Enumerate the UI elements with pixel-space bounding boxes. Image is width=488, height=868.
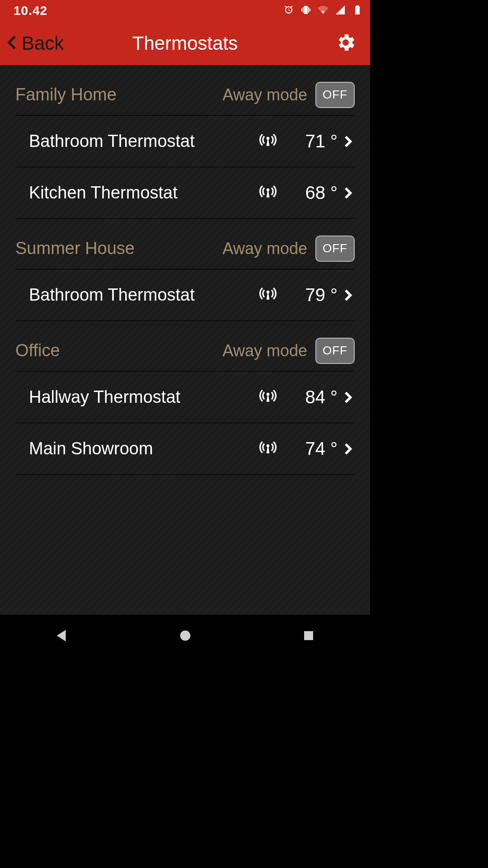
thermostat-name: Bathroom Thermostat [29, 285, 259, 305]
content-area: Family Home Away mode OFF Bathroom Therm… [0, 65, 370, 615]
status-icons [283, 5, 363, 17]
thermostat-temp: 79 ° [294, 285, 338, 305]
battery-icon [352, 5, 363, 17]
locations-list: Family Home Away mode OFF Bathroom Therm… [0, 65, 370, 475]
chevron-left-icon [4, 33, 22, 53]
away-mode-toggle[interactable]: OFF [315, 236, 355, 262]
nav-back-icon[interactable] [54, 628, 70, 645]
chevron-right-icon [340, 388, 355, 406]
android-nav-bar [0, 615, 370, 658]
settings-button[interactable] [335, 22, 357, 65]
thermostat-name: Kitchen Thermostat [29, 183, 259, 203]
thermostat-temp: 74 ° [294, 439, 338, 459]
signal-icon [259, 389, 277, 406]
location-name: Summer House [15, 239, 223, 258]
away-mode-label: Away mode [223, 239, 307, 258]
away-mode-label: Away mode [223, 85, 307, 104]
thermostat-temp: 68 ° [294, 183, 338, 203]
cellular-icon [335, 5, 346, 17]
chevron-right-icon [340, 184, 355, 202]
thermostat-name: Bathroom Thermostat [29, 132, 259, 151]
signal-icon [259, 133, 277, 150]
location-header: Family Home Away mode OFF [15, 65, 355, 116]
status-time: 10.42 [14, 4, 47, 18]
gear-icon [335, 32, 357, 55]
nav-home-icon[interactable] [178, 628, 193, 645]
thermostat-name: Main Showroom [29, 439, 259, 458]
vibrate-icon [300, 5, 311, 17]
signal-icon [259, 185, 277, 201]
chevron-right-icon [340, 286, 355, 304]
thermostat-row[interactable]: Bathroom Thermostat 79 ° [15, 269, 355, 321]
svg-rect-1 [304, 631, 313, 640]
away-mode-label: Away mode [223, 341, 307, 360]
thermostat-temp: 71 ° [294, 131, 338, 151]
thermostat-row[interactable]: Hallway Thermostat 84 ° [15, 372, 355, 423]
thermostat-row[interactable]: Kitchen Thermostat 68 ° [15, 167, 355, 219]
nav-recent-icon[interactable] [301, 628, 316, 645]
back-label: Back [22, 33, 64, 54]
location-header: Summer House Away mode OFF [15, 219, 355, 269]
location-name: Family Home [15, 85, 223, 104]
away-mode-toggle[interactable]: OFF [315, 338, 355, 364]
location-header: Office Away mode OFF [15, 321, 355, 372]
away-mode-toggle[interactable]: OFF [315, 82, 355, 108]
chevron-right-icon [340, 132, 355, 151]
page-title: Thermostats [132, 33, 238, 54]
thermostat-row[interactable]: Main Showroom 74 ° [15, 423, 355, 475]
alarm-icon [283, 5, 294, 17]
wifi-icon [318, 5, 328, 17]
thermostat-temp: 84 ° [294, 387, 338, 407]
app-bar: Back Thermostats [0, 22, 370, 65]
thermostat-row[interactable]: Bathroom Thermostat 71 ° [15, 116, 355, 167]
thermostat-name: Hallway Thermostat [29, 387, 259, 407]
signal-icon [259, 287, 277, 303]
signal-icon [259, 441, 277, 457]
location-name: Office [15, 341, 223, 360]
chevron-right-icon [340, 440, 355, 458]
svg-point-0 [180, 631, 190, 641]
back-button[interactable]: Back [4, 22, 64, 65]
status-bar: 10.42 [0, 0, 370, 22]
